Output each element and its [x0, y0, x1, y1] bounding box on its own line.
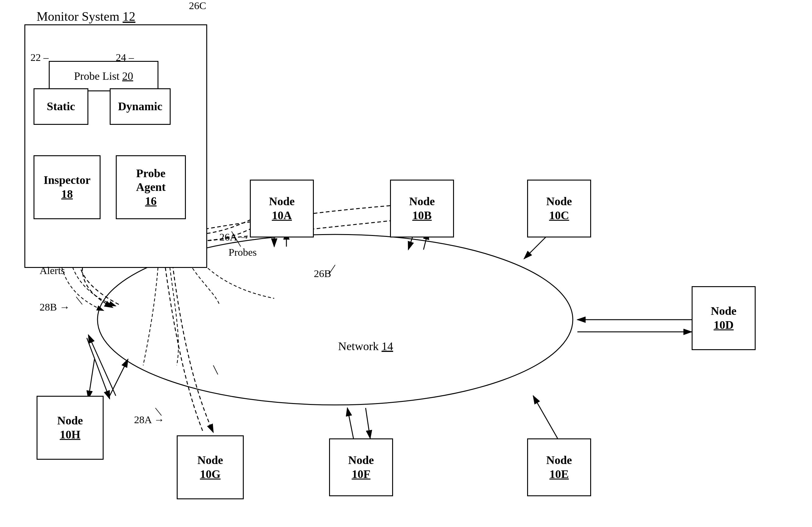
- annotation-22: 22 –: [30, 52, 49, 63]
- monitor-system-title: Monitor System 12: [37, 9, 135, 24]
- annotation-probes: Probes: [229, 246, 257, 258]
- node-10d-box: Node 10D: [692, 286, 756, 350]
- annotation-28b: 28B →: [40, 301, 70, 313]
- probe-list-label: Probe List 20: [74, 70, 133, 82]
- svg-line-26: [213, 365, 218, 375]
- svg-line-27: [76, 297, 82, 304]
- probe-agent-box: Probe Agent 16: [116, 155, 186, 219]
- annotation-alerts: Alerts: [40, 265, 65, 276]
- static-box: Static: [33, 88, 88, 125]
- node-10f-box: Node 10F: [329, 438, 393, 496]
- annotation-26b: 26B: [314, 268, 331, 280]
- svg-line-19: [533, 396, 557, 438]
- svg-line-23: [88, 359, 95, 399]
- node-10e-box: Node 10E: [527, 438, 591, 496]
- svg-line-10: [88, 335, 116, 396]
- node-10a-box: Node 10A: [250, 180, 314, 238]
- diagram-container: Network 14: [0, 0, 812, 527]
- svg-line-21: [366, 408, 370, 438]
- annotation-28a: 28A →: [134, 414, 164, 426]
- node-10h-box: Node 10H: [37, 396, 104, 460]
- dynamic-box: Dynamic: [110, 88, 171, 125]
- svg-line-11: [87, 338, 110, 399]
- node-10g-box: Node 10G: [177, 435, 244, 499]
- svg-line-20: [347, 408, 353, 438]
- probe-list-box: Probe List 20: [49, 61, 158, 91]
- node-10b-box: Node 10B: [390, 180, 454, 238]
- annotation-26c: 26C: [189, 0, 206, 12]
- annotation-26a: 26A →: [219, 231, 249, 243]
- svg-text:Network 14: Network 14: [338, 340, 393, 352]
- svg-line-22: [110, 359, 128, 396]
- node-10c-box: Node 10C: [527, 180, 591, 238]
- inspector-box: Inspector 18: [33, 155, 101, 219]
